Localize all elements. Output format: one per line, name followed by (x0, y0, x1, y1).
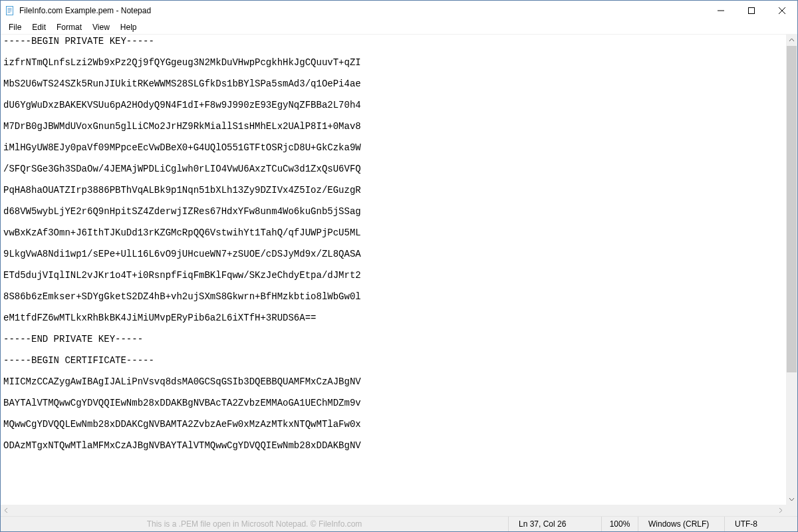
status-zoom: 100% (601, 517, 638, 531)
svg-line-8 (779, 7, 785, 14)
menu-edit[interactable]: Edit (27, 22, 51, 33)
notepad-icon (5, 5, 15, 16)
status-position: Ln 37, Col 26 (508, 517, 601, 531)
statusbar: This is a .PEM file open in Microsoft No… (1, 516, 797, 531)
menu-format[interactable]: Format (51, 22, 87, 33)
menu-view[interactable]: View (87, 22, 115, 33)
vertical-scroll-thumb[interactable] (787, 46, 797, 372)
status-caption: This is a .PEM file open in Microsoft No… (1, 519, 508, 529)
status-encoding: UTF-8 (724, 517, 797, 531)
menubar: File Edit Format View Help (1, 21, 797, 34)
status-eol: Windows (CRLF) (638, 517, 724, 531)
scroll-left-button[interactable] (1, 505, 12, 516)
text-editor[interactable]: -----BEGIN PRIVATE KEY----- izfrNTmQLnfs… (1, 35, 786, 505)
svg-rect-6 (749, 8, 755, 14)
scroll-right-button[interactable] (775, 505, 786, 516)
minimize-button[interactable] (706, 1, 736, 21)
menu-file[interactable]: File (3, 22, 27, 33)
close-button[interactable] (767, 1, 797, 21)
editor-area: -----BEGIN PRIVATE KEY----- izfrNTmQLnfs… (1, 34, 797, 516)
vertical-scroll-track[interactable] (786, 46, 797, 493)
scroll-corner (786, 505, 797, 516)
vertical-scrollbar[interactable] (786, 35, 797, 505)
window-title: FileInfo.com Example.pem - Notepad (19, 6, 706, 15)
titlebar: FileInfo.com Example.pem - Notepad (1, 1, 797, 21)
scroll-down-button[interactable] (786, 493, 797, 505)
maximize-button[interactable] (736, 1, 767, 21)
scroll-up-button[interactable] (786, 35, 797, 46)
horizontal-scroll-track[interactable] (12, 505, 775, 516)
svg-line-7 (779, 7, 785, 14)
window-controls (706, 1, 797, 21)
notepad-window: FileInfo.com Example.pem - Notepad File … (0, 0, 798, 532)
menu-help[interactable]: Help (115, 22, 142, 33)
horizontal-scrollbar[interactable] (1, 505, 786, 516)
